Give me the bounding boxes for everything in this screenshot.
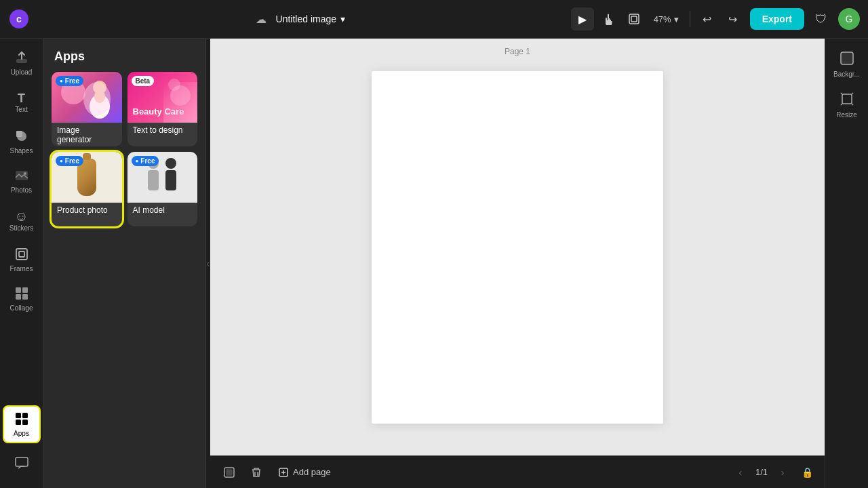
beauty-care-text: Beauty Care xyxy=(133,106,184,117)
canvas-area: Page 1 xyxy=(210,39,825,488)
comments-icon xyxy=(14,455,29,472)
sidebar-item-text[interactable]: T Text xyxy=(3,83,41,121)
svg-point-20 xyxy=(93,81,106,94)
canva-circle-icon: ● xyxy=(60,78,63,84)
canvas-bottom-bar: Add page ‹ 1/1 › 🔒 xyxy=(210,455,825,488)
svg-rect-15 xyxy=(16,413,21,418)
page-label: Page 1 xyxy=(505,47,530,56)
svg-rect-34 xyxy=(842,94,852,104)
background-label: Backgr... xyxy=(833,71,860,78)
apps-grid: ● Free Image generator Beta Beauty Ca xyxy=(43,72,205,237)
decorative-circle-sm xyxy=(168,79,180,91)
apps-panel: Apps ● Free Image generator xyxy=(43,39,206,488)
svg-rect-30 xyxy=(226,470,232,475)
sidebar-item-frames-label: Frames xyxy=(10,266,33,272)
hand-tool-button[interactable] xyxy=(597,7,620,30)
sidebar-item-photos[interactable]: Photos xyxy=(3,162,41,200)
topbar-center: ☁ Untitled image ▾ xyxy=(41,11,566,27)
app-card-image-generator-preview: ● Free xyxy=(52,72,122,123)
app-card-ai-model-label: AI model xyxy=(127,203,198,219)
app-card-free-badge: ● Free xyxy=(56,76,83,86)
decorative-circle xyxy=(170,85,191,106)
svg-rect-11 xyxy=(16,287,21,293)
topbar-right: Export 🛡 G xyxy=(750,7,860,30)
stickers-icon: ☺ xyxy=(14,209,28,223)
shapes-icon xyxy=(14,129,29,146)
sidebar-item-collage[interactable]: Collage xyxy=(3,280,41,318)
zoom-chevron-icon: ▾ xyxy=(674,14,679,24)
undo-button[interactable]: ↩ xyxy=(696,7,719,30)
svg-rect-14 xyxy=(22,294,28,300)
svg-rect-3 xyxy=(631,16,637,22)
app-card-ai-model[interactable]: ● Free AI model xyxy=(127,152,198,226)
prev-page-button[interactable]: ‹ xyxy=(731,463,750,482)
app-card-product-photo-preview: ● Free xyxy=(52,152,122,203)
right-panel-resize[interactable]: Resize xyxy=(829,87,865,123)
cloud-save-icon: ☁ xyxy=(256,13,267,26)
resize-icon xyxy=(840,92,854,110)
topbar-tools: ▶ 47% ▾ ↩ ↪ xyxy=(571,7,745,30)
delete-page-button[interactable] xyxy=(245,462,267,483)
sidebar-item-upload-label: Upload xyxy=(11,69,33,76)
left-sidebar: Upload T Text Shapes Pho xyxy=(0,39,43,488)
page-navigation: ‹ 1/1 › xyxy=(731,463,792,482)
apps-panel-title: Apps xyxy=(43,39,205,72)
topbar-divider xyxy=(690,11,690,27)
zoom-level-text: 47% xyxy=(654,14,671,24)
app-card-text-to-design-preview: Beta Beauty Care xyxy=(127,72,198,123)
app-card-text-to-design[interactable]: Beta Beauty Care Text to design xyxy=(127,72,198,146)
doc-title-text: Untitled image xyxy=(276,14,337,24)
frame-tool-button[interactable] xyxy=(623,7,646,30)
export-button[interactable]: Export xyxy=(750,8,804,30)
zoom-button[interactable]: 47% ▾ xyxy=(648,7,684,30)
app-card-ai-model-badge: ● Free xyxy=(132,156,159,166)
app-card-image-generator[interactable]: ● Free Image generator xyxy=(52,72,122,146)
sidebar-item-stickers[interactable]: ☺ Stickers xyxy=(3,201,41,239)
sidebar-item-frames[interactable]: Frames xyxy=(3,241,41,279)
right-panel-background[interactable]: Backgr... xyxy=(829,47,865,82)
app-card-image-generator-label: Image generator xyxy=(52,123,122,146)
sidebar-item-comments[interactable] xyxy=(3,445,41,483)
svg-point-22 xyxy=(94,89,105,103)
sidebar-item-collage-label: Collage xyxy=(10,305,33,312)
svg-rect-2 xyxy=(629,14,639,24)
svg-text:c: c xyxy=(16,14,22,24)
page-info-text: 1/1 xyxy=(755,467,768,477)
svg-rect-19 xyxy=(16,458,28,466)
select-tool-button[interactable]: ▶ xyxy=(571,7,594,30)
page-thumbnail-button[interactable] xyxy=(218,462,240,483)
svg-rect-13 xyxy=(16,294,21,300)
user-avatar[interactable]: G xyxy=(838,8,860,30)
sidebar-item-upload[interactable]: Upload xyxy=(3,44,41,82)
background-icon xyxy=(840,51,854,69)
sidebar-item-shapes[interactable]: Shapes xyxy=(3,123,41,161)
next-page-button[interactable]: › xyxy=(773,463,792,482)
redo-button[interactable]: ↪ xyxy=(722,7,745,30)
svg-rect-24 xyxy=(148,170,159,190)
add-page-label: Add page xyxy=(293,467,331,477)
add-page-button[interactable]: Add page xyxy=(273,464,336,481)
doc-title-button[interactable]: Untitled image ▾ xyxy=(271,11,351,27)
canva-logo[interactable]: c xyxy=(8,8,30,30)
title-chevron-icon: ▾ xyxy=(340,14,345,24)
lock-button[interactable]: 🔒 xyxy=(797,463,816,482)
right-panel: Backgr... Resize xyxy=(825,39,868,488)
shield-icon-button[interactable]: 🛡 xyxy=(810,7,833,30)
sidebar-item-shapes-label: Shapes xyxy=(10,148,33,155)
svg-rect-17 xyxy=(16,420,21,425)
sidebar-item-apps[interactable]: Apps xyxy=(3,405,41,443)
app-card-product-photo[interactable]: ● Free Product photo xyxy=(52,152,122,226)
app-card-product-photo-label: Product photo xyxy=(52,203,122,219)
photos-icon xyxy=(14,168,29,185)
svg-rect-18 xyxy=(22,420,28,425)
main-area: Upload T Text Shapes Pho xyxy=(0,39,868,488)
app-card-text-to-design-label: Text to design xyxy=(127,123,198,139)
text-icon: T xyxy=(18,92,25,104)
upload-icon xyxy=(14,50,29,67)
sidebar-item-stickers-label: Stickers xyxy=(9,225,34,232)
resize-label: Resize xyxy=(836,112,857,119)
svg-rect-6 xyxy=(16,131,22,137)
sidebar-item-apps-label: Apps xyxy=(14,430,29,437)
svg-rect-12 xyxy=(22,287,28,293)
canvas-page xyxy=(372,71,663,424)
